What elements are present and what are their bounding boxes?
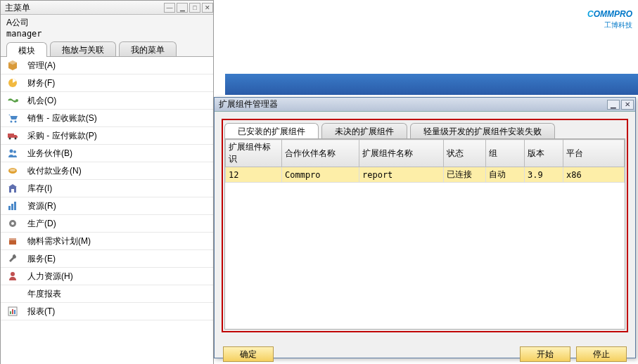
collapse-icon[interactable]: — (164, 3, 175, 13)
maximize-icon[interactable]: □ (189, 3, 200, 13)
module-item-14[interactable]: 报表(T) (1, 303, 213, 320)
blank-icon (6, 287, 19, 300)
cell-id: 12 (226, 167, 282, 183)
tab-pending[interactable]: 未决的扩展组件 (321, 123, 407, 138)
module-label: 收付款业务(N) (25, 165, 82, 177)
svg-rect-23 (14, 310, 15, 314)
store-icon (6, 182, 19, 195)
stop-button[interactable]: 停止 (576, 346, 627, 362)
col-status[interactable]: 状态 (444, 140, 486, 167)
module-label: 年度报表 (25, 288, 61, 300)
people-icon (6, 147, 19, 160)
svg-rect-21 (10, 311, 11, 314)
dialog-minimize-icon[interactable]: ▁ (607, 100, 620, 110)
ok-button[interactable]: 确定 (223, 346, 274, 362)
module-label: 物料需求计划(M) (25, 235, 91, 247)
svg-point-2 (11, 121, 13, 123)
module-label: 业务伙伴(B) (25, 148, 72, 160)
main-menu-title: 主菜单 (5, 1, 30, 15)
col-group[interactable]: 组 (486, 140, 525, 167)
svg-rect-13 (8, 206, 11, 210)
company-label: A公司 (1, 15, 213, 29)
cell-name: report (359, 167, 444, 183)
svg-point-6 (15, 138, 17, 140)
table-header-row: 扩展组件标识 合作伙伴名称 扩展组件名称 状态 组 版本 平台 (226, 140, 625, 167)
module-label: 财务(F) (25, 77, 55, 89)
module-item-3[interactable]: 销售 - 应收账款(S) (1, 110, 213, 127)
tab-modules[interactable]: 模块 (6, 42, 47, 57)
main-menu-panel: 主菜单 — ▁ □ ✕ A公司 manager 模块 拖放与关联 我的菜单 管理… (0, 0, 214, 364)
dialog-titlebar[interactable]: 扩展组件管理器 ▁ ✕ (215, 98, 635, 112)
cell-partner: Commpro (282, 167, 359, 183)
logo: COMMPRO 工博科技 (587, 4, 632, 30)
col-version[interactable]: 版本 (525, 140, 563, 167)
tab-dragdrop[interactable]: 拖放与关联 (50, 41, 116, 56)
col-name[interactable]: 扩展组件名称 (359, 140, 444, 167)
module-item-1[interactable]: 财务(F) (1, 74, 213, 92)
tab-failed[interactable]: 轻量级开发的扩展组件安装失败 (410, 123, 555, 138)
table-row[interactable]: 12Commproreport已连接自动3.9x86 (226, 167, 625, 183)
module-item-13[interactable]: 年度报表 (1, 285, 213, 303)
module-label: 生产(D) (25, 218, 56, 230)
svg-rect-15 (14, 202, 16, 210)
tab-installed[interactable]: 已安装的扩展组件 (224, 123, 319, 138)
start-button[interactable]: 开始 (520, 346, 570, 362)
module-list: 管理(A)财务(F)机会(O)销售 - 应收账款(S)采购 - 应付账款(P)业… (1, 57, 213, 364)
cart-icon (6, 112, 19, 124)
dialog-body: 已安装的扩展组件 未决的扩展组件 轻量级开发的扩展组件安装失败 扩展组件标识 合… (215, 112, 635, 339)
main-menu-tabs: 模块 拖放与关联 我的菜单 (1, 41, 213, 57)
module-item-11[interactable]: 服务(E) (1, 250, 213, 268)
module-item-0[interactable]: 管理(A) (1, 57, 213, 74)
header-bar (225, 74, 638, 95)
svg-rect-22 (12, 309, 13, 314)
dialog-button-bar: 确定 开始 停止 (215, 339, 635, 364)
chart-icon (6, 305, 19, 318)
svg-rect-4 (8, 134, 14, 138)
wrench-icon (6, 252, 19, 265)
truck-icon (6, 129, 19, 142)
svg-rect-14 (11, 204, 13, 210)
module-label: 采购 - 应付账款(P) (25, 130, 97, 142)
main-menu-titlebar: 主菜单 — ▁ □ ✕ (1, 1, 213, 15)
close-icon[interactable]: ✕ (202, 3, 213, 13)
module-label: 人力资源(H) (25, 271, 73, 282)
module-item-8[interactable]: 资源(R) (1, 197, 213, 215)
highlighted-region: 已安装的扩展组件 未决的扩展组件 轻量级开发的扩展组件安装失败 扩展组件标识 合… (222, 119, 628, 332)
cell-version: 3.9 (525, 167, 563, 183)
dialog-title: 扩展组件管理器 (219, 98, 278, 110)
pie-icon (6, 77, 19, 89)
pkg-icon (6, 235, 19, 247)
dialog-title-buttons: ▁ ✕ (607, 100, 634, 110)
module-item-12[interactable]: 人力资源(H) (1, 268, 213, 285)
svg-point-19 (11, 272, 15, 276)
module-item-4[interactable]: 采购 - 应付账款(P) (1, 127, 213, 145)
module-label: 销售 - 应收账款(S) (25, 112, 97, 124)
svg-point-8 (13, 150, 16, 153)
gear-icon (6, 217, 19, 230)
col-platform[interactable]: 平台 (563, 140, 625, 167)
svg-point-10 (10, 169, 15, 171)
module-item-9[interactable]: 生产(D) (1, 215, 213, 233)
module-item-7[interactable]: 库存(I) (1, 180, 213, 197)
col-id[interactable]: 扩展组件标识 (226, 140, 282, 167)
module-label: 管理(A) (25, 60, 56, 72)
module-item-10[interactable]: 物料需求计划(M) (1, 233, 213, 250)
module-item-6[interactable]: 收付款业务(N) (1, 162, 213, 180)
tab-mymenu[interactable]: 我的菜单 (119, 41, 177, 56)
cell-group: 自动 (486, 167, 525, 183)
col-partner[interactable]: 合作伙伴名称 (282, 140, 359, 167)
module-label: 库存(I) (25, 183, 52, 195)
minimize-icon[interactable]: ▁ (177, 3, 188, 13)
coin-icon (6, 164, 19, 177)
cell-platform: x86 (563, 167, 625, 183)
module-label: 资源(R) (25, 200, 56, 212)
cube-icon (6, 59, 19, 72)
module-label: 服务(E) (25, 253, 56, 265)
module-item-2[interactable]: 机会(O) (1, 92, 213, 110)
dialog-close-icon[interactable]: ✕ (621, 100, 634, 110)
module-item-5[interactable]: 业务伙伴(B) (1, 145, 213, 162)
extension-table: 扩展组件标识 合作伙伴名称 扩展组件名称 状态 组 版本 平台 12Commpr… (225, 139, 625, 183)
extension-tabs: 已安装的扩展组件 未决的扩展组件 轻量级开发的扩展组件安装失败 (224, 123, 625, 138)
module-label: 报表(T) (25, 306, 55, 318)
extension-table-wrap: 扩展组件标识 合作伙伴名称 扩展组件名称 状态 组 版本 平台 12Commpr… (224, 138, 625, 330)
